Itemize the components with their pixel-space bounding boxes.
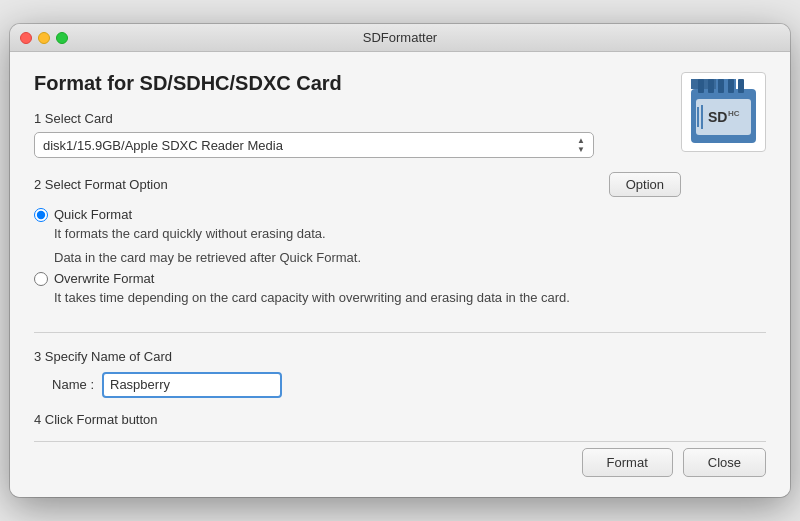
divider-1: [34, 332, 766, 333]
step3-label: 3 Specify Name of Card: [34, 349, 766, 364]
svg-rect-7: [738, 79, 744, 93]
name-row: Name :: [34, 372, 766, 398]
step1-label: 1 Select Card: [34, 111, 681, 126]
bottom-buttons: Format Close: [34, 441, 766, 477]
close-window-button[interactable]: [20, 32, 32, 44]
format-button[interactable]: Format: [582, 448, 673, 477]
step2-header: 2 Select Format Option Option: [34, 172, 681, 197]
format-options: Quick Format It formats the card quickly…: [34, 207, 681, 308]
card-dropdown-wrapper: disk1/15.9GB/Apple SDXC Reader Media ▲ ▼: [34, 132, 594, 158]
overwrite-format-radio[interactable]: [34, 272, 48, 286]
left-content: Format for SD/SDHC/SDXC Card 1 Select Ca…: [34, 72, 681, 316]
maximize-window-button[interactable]: [56, 32, 68, 44]
quick-format-text: Quick Format: [54, 207, 132, 222]
overwrite-format-item: Overwrite Format It takes time depending…: [34, 271, 681, 308]
svg-rect-6: [728, 79, 734, 93]
step3-section: 3 Specify Name of Card Name :: [34, 349, 766, 398]
title-bar: SDFormatter: [10, 24, 790, 52]
overwrite-format-label[interactable]: Overwrite Format: [34, 271, 681, 286]
sd-card-icon: SD HC: [686, 77, 761, 147]
overwrite-format-text: Overwrite Format: [54, 271, 154, 286]
sd-card-image: SD HC: [681, 72, 766, 152]
overwrite-format-desc1: It takes time depending on the card capa…: [54, 288, 681, 308]
quick-format-label[interactable]: Quick Format: [34, 207, 681, 222]
close-button[interactable]: Close: [683, 448, 766, 477]
svg-rect-3: [698, 79, 704, 93]
window-title: SDFormatter: [363, 30, 437, 45]
main-content: Format for SD/SDHC/SDXC Card 1 Select Ca…: [10, 52, 790, 497]
svg-text:HC: HC: [728, 109, 740, 118]
quick-format-item: Quick Format It formats the card quickly…: [34, 207, 681, 267]
select-card-row: disk1/15.9GB/Apple SDXC Reader Media ▲ ▼: [34, 132, 681, 158]
step4-label: 4 Click Format button: [34, 412, 766, 427]
option-button[interactable]: Option: [609, 172, 681, 197]
step2-label: 2 Select Format Option: [34, 177, 168, 192]
main-title: Format for SD/SDHC/SDXC Card: [34, 72, 681, 95]
minimize-window-button[interactable]: [38, 32, 50, 44]
app-window: SDFormatter Format for SD/SDHC/SDXC Card…: [10, 24, 790, 497]
quick-format-desc2: Data in the card may be retrieved after …: [54, 248, 681, 268]
top-area: Format for SD/SDHC/SDXC Card 1 Select Ca…: [34, 72, 766, 316]
svg-text:SD: SD: [708, 109, 727, 125]
quick-format-desc1: It formats the card quickly without eras…: [54, 224, 681, 244]
svg-rect-5: [718, 79, 724, 93]
card-dropdown[interactable]: disk1/15.9GB/Apple SDXC Reader Media ▲ ▼: [34, 132, 594, 158]
quick-format-radio[interactable]: [34, 208, 48, 222]
card-name-input[interactable]: [102, 372, 282, 398]
card-dropdown-value: disk1/15.9GB/Apple SDXC Reader Media: [43, 138, 283, 153]
svg-rect-4: [708, 79, 714, 93]
dropdown-arrow-icon: ▲ ▼: [577, 137, 585, 154]
name-field-label: Name :: [34, 377, 94, 392]
traffic-lights: [20, 32, 68, 44]
